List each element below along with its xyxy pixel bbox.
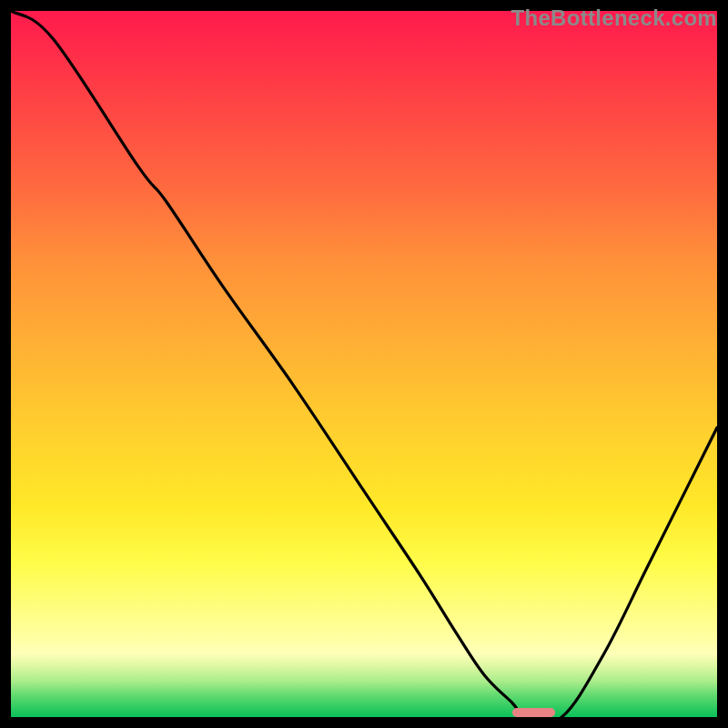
watermark-text: TheBottleneck.com (511, 5, 717, 31)
sweet-spot-marker (512, 708, 555, 717)
plot-area (11, 11, 717, 717)
bottleneck-curve (11, 11, 717, 717)
chart-svg (11, 11, 717, 717)
